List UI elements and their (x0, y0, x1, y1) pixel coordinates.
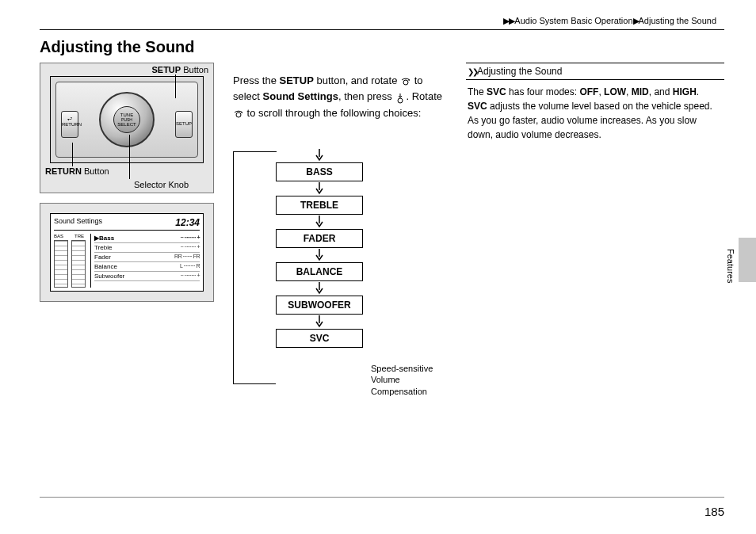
flow-balance: BALANCE (276, 262, 363, 281)
instruction-text: Press the SETUP button, and rotate to se… (233, 73, 447, 121)
flow-bass: BASS (276, 162, 363, 181)
svc-caption: Speed-sensitive Volume Compensation (371, 363, 447, 397)
breadcrumb-section: Adjusting the Sound (639, 16, 716, 25)
flow-svc: SVC (276, 329, 363, 348)
selector-knob-graphic: TUNE PUSH SELECT (99, 92, 155, 147)
screen-title-text: Sound Settings (54, 217, 102, 228)
svg-point-0 (403, 80, 408, 85)
flow-fader: FADER (276, 229, 363, 248)
press-icon (395, 90, 406, 105)
return-label-suffix: Button (82, 166, 109, 176)
page-number: 185 (704, 505, 724, 518)
selector-knob-label: Selector Knob (134, 180, 189, 189)
screen-illustration: Sound Settings 12:34 BAS TRE (40, 203, 214, 302)
note-body: The SVC has four modes: OFF, LOW, MID, a… (466, 80, 724, 142)
control-panel-illustration: SETUP Button ⮐ RETURN TUNE PUSH SELECT (40, 63, 214, 193)
return-button-graphic: ⮐ RETURN (61, 111, 78, 138)
flow-diagram: BASS TREBLE FADER BALANCE SUBWOOFER SVC … (233, 148, 447, 402)
breadcrumb-chapter: Audio System Basic Operation (514, 16, 632, 25)
breadcrumb: ▶▶Audio System Basic Operation▶Adjusting… (40, 16, 724, 26)
return-label-bold: RETURN (45, 166, 82, 176)
eq-graphic: BAS TRE (54, 234, 86, 288)
screen-menu: ▶Bass− ·········· + Treble− ·········· +… (90, 234, 200, 288)
svg-point-2 (236, 113, 241, 117)
screen-time: 12:34 (175, 217, 200, 228)
setup-label-suffix: Button (181, 65, 208, 74)
rotate-icon (233, 105, 244, 121)
page-title: Adjusting the Sound (40, 38, 724, 56)
setup-label-bold: SETUP (151, 65, 181, 74)
flow-treble: TREBLE (276, 196, 363, 215)
svg-point-1 (398, 98, 403, 103)
flow-subwoofer: SUBWOOFER (276, 296, 363, 315)
side-tab (739, 238, 756, 282)
note-header: ❯❯Adjusting the Sound (466, 63, 724, 80)
rotate-icon (400, 74, 411, 90)
setup-button-graphic: SETUP (175, 111, 193, 138)
side-tab-label: Features (726, 249, 735, 283)
